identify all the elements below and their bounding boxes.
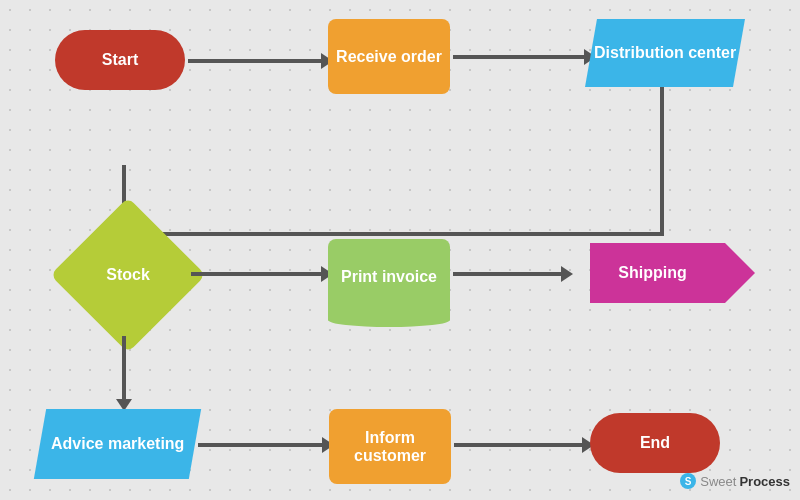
receive-order-label: Receive order — [336, 48, 442, 66]
shipping-shape: Shipping — [575, 243, 740, 303]
end-label: End — [640, 434, 670, 452]
advice-marketing-label: Advice marketing — [51, 435, 184, 453]
arrow-stock-down — [122, 336, 126, 401]
distribution-center-label: Distribution center — [594, 44, 736, 62]
svg-text:S: S — [685, 476, 692, 487]
line-dist-left — [122, 232, 664, 236]
arrow-print-to-shipping — [453, 272, 563, 276]
arrow-receive-to-dist — [453, 55, 586, 59]
shipping-label: Shipping — [618, 264, 686, 282]
stock-label: Stock — [106, 266, 150, 284]
inform-customer-shape: Inform customer — [329, 409, 451, 484]
end-shape: End — [590, 413, 720, 473]
advice-marketing-shape: Advice marketing — [34, 409, 201, 479]
arrow-inform-to-end — [454, 443, 584, 447]
arrow-stock-to-print — [191, 272, 323, 276]
flowchart: Start Receive order Distribution center … — [0, 0, 800, 500]
start-shape: Start — [55, 30, 185, 90]
stock-shape: Stock — [68, 215, 188, 335]
print-invoice-shape: Print invoice — [328, 239, 450, 315]
arrow-start-to-receive — [188, 59, 323, 63]
distribution-center-shape: Distribution center — [585, 19, 745, 87]
brand-sweet-label: Sweet — [700, 474, 736, 489]
brand-process-label: Process — [739, 474, 790, 489]
line-dist-down — [660, 87, 664, 235]
arrow-advice-to-inform — [198, 443, 324, 447]
start-label: Start — [102, 51, 138, 69]
print-invoice-label: Print invoice — [341, 268, 437, 286]
inform-customer-label: Inform customer — [329, 429, 451, 465]
receive-order-shape: Receive order — [328, 19, 450, 94]
brand: S SweetProcess — [679, 472, 790, 490]
brand-icon: S — [679, 472, 697, 490]
